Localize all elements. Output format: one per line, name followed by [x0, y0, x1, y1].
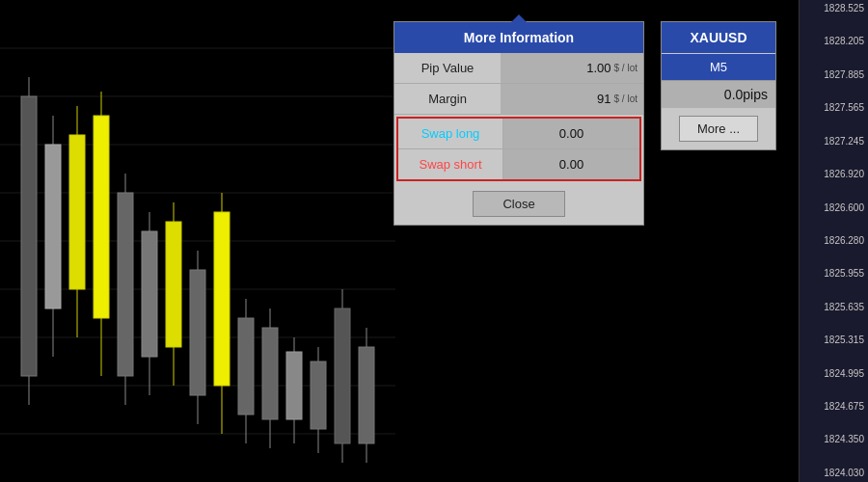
swap-section: Swap long 0.00 Swap short 0.00 — [396, 117, 641, 181]
margin-value: 91 $ / lot — [501, 84, 643, 114]
svg-rect-36 — [335, 308, 350, 443]
xauusd-panel: XAUUSD M5 0.0pips More ... — [661, 21, 776, 150]
panel-header: More Information — [394, 22, 643, 53]
candlestick-chart — [0, 0, 395, 482]
swap-short-value: 0.00 — [502, 149, 639, 179]
margin-unit: $ / lot — [614, 94, 637, 104]
pip-value-number: 1.00 — [586, 61, 610, 75]
svg-rect-12 — [45, 145, 61, 308]
margin-number: 91 — [597, 92, 610, 106]
price-label: 1824.995 — [800, 367, 868, 381]
swap-long-value: 0.00 — [502, 119, 639, 149]
svg-rect-38 — [359, 347, 374, 443]
price-label: 1828.205 — [800, 35, 868, 48]
price-label: 1828.525 — [800, 2, 868, 15]
price-scale: 1828.525 1828.205 1827.885 1827.565 1827… — [799, 0, 868, 482]
price-label: 1825.635 — [800, 301, 868, 314]
margin-label: Margin — [394, 84, 501, 114]
price-label: 1826.920 — [800, 168, 868, 181]
swap-long-row: Swap long 0.00 — [398, 119, 639, 149]
price-label: 1827.885 — [800, 68, 868, 82]
price-label: 1826.280 — [800, 234, 868, 248]
svg-rect-14 — [69, 135, 85, 289]
svg-rect-16 — [94, 116, 109, 318]
price-label: 1824.350 — [800, 433, 868, 446]
pip-value-row: Pip Value 1.00 $ / lot — [394, 53, 643, 84]
svg-rect-26 — [214, 212, 230, 386]
svg-rect-28 — [238, 318, 254, 415]
pip-value-unit: $ / lot — [614, 63, 637, 73]
more-info-panel: More Information Pip Value 1.00 $ / lot … — [393, 21, 644, 226]
more-button[interactable]: More ... — [679, 116, 758, 142]
xauusd-more-btn-container: More ... — [662, 108, 775, 149]
svg-rect-18 — [118, 193, 133, 376]
price-label: 1824.675 — [800, 400, 868, 414]
margin-row: Margin 91 $ / lot — [394, 84, 643, 115]
svg-rect-30 — [262, 328, 278, 419]
svg-rect-34 — [311, 362, 326, 429]
xauusd-timeframe: M5 — [662, 54, 775, 80]
price-label: 1825.955 — [800, 267, 868, 281]
swap-short-label: Swap short — [398, 149, 502, 179]
svg-rect-22 — [166, 222, 181, 347]
close-button[interactable]: Close — [473, 191, 564, 217]
price-label: 1824.030 — [800, 467, 868, 480]
svg-rect-10 — [21, 96, 37, 376]
swap-long-label: Swap long — [398, 119, 502, 149]
swap-short-row: Swap short 0.00 — [398, 149, 639, 179]
price-label: 1827.565 — [800, 101, 868, 115]
price-label: 1826.600 — [800, 201, 868, 215]
svg-rect-20 — [142, 231, 157, 357]
pip-value-label: Pip Value — [394, 53, 501, 83]
svg-rect-24 — [190, 270, 205, 395]
price-label: 1827.245 — [800, 135, 868, 148]
svg-rect-32 — [286, 352, 302, 419]
xauusd-pips: 0.0pips — [662, 80, 775, 108]
xauusd-symbol: XAUUSD — [662, 22, 775, 53]
panel-footer: Close — [394, 183, 643, 225]
pip-value-value: 1.00 $ / lot — [501, 53, 643, 83]
price-label: 1825.315 — [800, 334, 868, 347]
panel-pointer — [511, 14, 527, 22]
